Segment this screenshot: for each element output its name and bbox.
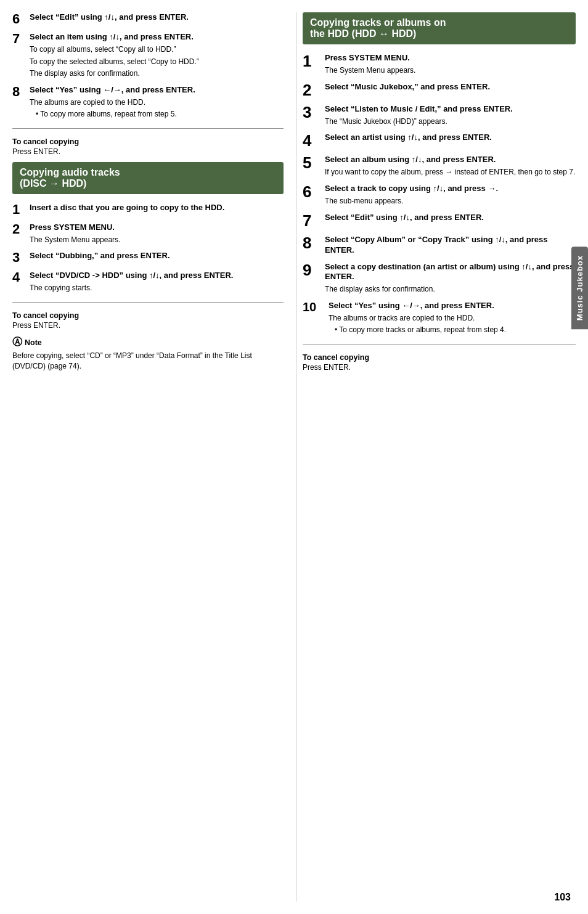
divider-2 [12,302,284,303]
hdd-step-5-content: Select an album using ↑/↓, and press ENT… [325,155,576,177]
disc-step-1: 1 Insert a disc that you are going to co… [12,203,284,216]
step-7-sub-2: To copy the selected albums, select “Cop… [30,57,284,67]
left-column: 6 Select “Edit” using ↑/↓, and press ENT… [12,12,290,902]
cancel-text-1: Press ENTER. [12,147,284,156]
disc-step-2: 2 Press SYSTEM MENU. The System Menu app… [12,222,284,245]
note-text: Before copying, select “CD” or “MP3” und… [12,351,284,372]
step-7-content: Select an item using ↑/↓, and press ENTE… [30,32,284,79]
hdd-step-3-content: Select “Listen to Music / Edit,” and pre… [325,104,576,127]
hdd-step-5-text: Select an album using ↑/↓, and press ENT… [325,155,576,165]
hdd-step-8: 8 Select “Copy Album” or “Copy Track” us… [303,235,576,256]
hdd-title-line1: Copying tracks or albums on [310,17,568,28]
hdd-step-5: 5 Select an album using ↑/↓, and press E… [303,155,576,177]
step-6-content: Select “Edit” using ↑/↓, and press ENTER… [30,12,284,23]
disc-step-number-1: 1 [12,203,26,216]
hdd-step-6-text: Select a track to copy using ↑/↓, and pr… [325,184,576,194]
hdd-step-10-content: Select “Yes” using ←/→, and press ENTER.… [329,301,576,335]
hdd-step-9-text: Select a copy destination (an artist or … [325,262,576,283]
step-8-text: Select “Yes” using ←/→, and press ENTER. [30,85,284,96]
page-number: 103 [554,892,571,903]
hdd-step-2-content: Select “Music Jukebox,” and press ENTER. [325,82,576,92]
hdd-step-9: 9 Select a copy destination (an artist o… [303,262,576,295]
cancel-title-2: To cancel copying [12,311,284,320]
disc-step-1-text: Insert a disc that you are going to copy… [30,203,284,213]
step-6: 6 Select “Edit” using ↑/↓, and press ENT… [12,12,284,26]
hdd-step-6: 6 Select a track to copy using ↑/↓, and … [303,184,576,206]
disc-step-4-sub: The copying starts. [30,283,284,293]
note-title: Ⓐ Note [12,336,284,349]
hdd-step-6-sub: The sub-menu appears. [325,196,576,206]
hdd-step-7: 7 Select “Edit” using ↑/↓, and press ENT… [303,213,576,229]
hdd-step-5-sub: If you want to copy the album, press → i… [325,167,576,177]
disc-step-2-content: Press SYSTEM MENU. The System Menu appea… [30,222,284,245]
hdd-step-10-bullet: • To copy more tracks or albums, repeat … [329,325,576,335]
hdd-step-8-text: Select “Copy Album” or “Copy Track” usin… [325,235,576,256]
disc-step-3-content: Select “Dubbing,” and press ENTER. [30,251,284,261]
disc-step-4-text: Select “DVD/CD -> HDD” using ↑/↓, and pr… [30,271,284,281]
hdd-step-9-sub: The display asks for confirmation. [325,284,576,295]
divider-1 [12,128,284,129]
hdd-step-8-content: Select “Copy Album” or “Copy Track” usin… [325,235,576,256]
hdd-step-number-5: 5 [303,155,321,171]
hdd-step-4: 4 Select an artist using ↑/↓, and press … [303,133,576,149]
step-8-content: Select “Yes” using ←/→, and press ENTER.… [30,85,284,119]
disc-title-line1: Copying audio tracks [20,167,276,178]
hdd-step-number-7: 7 [303,213,321,229]
hdd-step-4-content: Select an artist using ↑/↓, and press EN… [325,133,576,143]
hdd-step-3: 3 Select “Listen to Music / Edit,” and p… [303,104,576,127]
cancel-text-2: Press ENTER. [12,321,284,330]
hdd-step-1-content: Press SYSTEM MENU. The System Menu appea… [325,53,576,76]
hdd-step-9-content: Select a copy destination (an artist or … [325,262,576,295]
step-number-8: 8 [12,85,26,99]
sidebar-tab: Music Jukebox [571,247,588,329]
hdd-step-number-4: 4 [303,133,321,149]
hdd-step-10-text: Select “Yes” using ←/→, and press ENTER. [329,301,576,311]
hdd-step-4-text: Select an artist using ↑/↓, and press EN… [325,133,576,143]
step-7-sub-3: The display asks for confirmation. [30,68,284,79]
hdd-step-3-text: Select “Listen to Music / Edit,” and pre… [325,104,576,115]
hdd-step-number-9: 9 [303,262,321,278]
hdd-step-number-3: 3 [303,104,321,120]
disc-title-line2: (DISC → HDD) [20,178,276,189]
hdd-step-2-text: Select “Music Jukebox,” and press ENTER. [325,82,576,92]
page: 6 Select “Edit” using ↑/↓, and press ENT… [0,0,588,914]
cancel-section-right: To cancel copying Press ENTER. [303,353,576,372]
step-6-text: Select “Edit” using ↑/↓, and press ENTER… [30,12,284,23]
hdd-step-number-1: 1 [303,53,321,69]
disc-step-number-2: 2 [12,222,26,236]
step-7: 7 Select an item using ↑/↓, and press EN… [12,32,284,79]
disc-step-1-content: Insert a disc that you are going to copy… [30,203,284,213]
divider-right [303,344,576,345]
hdd-step-10: 10 Select “Yes” using ←/→, and press ENT… [303,301,576,335]
hdd-step-1-sub: The System Menu appears. [325,65,576,76]
disc-step-4-content: Select “DVD/CD -> HDD” using ↑/↓, and pr… [30,271,284,293]
step-7-sub-1: To copy all albums, select “Copy all to … [30,44,284,55]
note-label: Note [25,338,42,347]
disc-step-2-sub: The System Menu appears. [30,235,284,245]
step-number-6: 6 [12,12,26,26]
hdd-step-3-sub: The “Music Jukebox (HDD)” appears. [325,116,576,127]
cancel-section-1: To cancel copying Press ENTER. [12,137,284,156]
hdd-section-title: Copying tracks or albums on the HDD (HDD… [303,12,576,44]
step-number-7: 7 [12,32,26,46]
hdd-step-10-sub-1: The albums or tracks are copied to the H… [329,313,576,324]
hdd-step-1-text: Press SYSTEM MENU. [325,53,576,63]
disc-step-number-3: 3 [12,251,26,264]
hdd-step-number-8: 8 [303,235,321,251]
hdd-title-line2: the HDD (HDD ↔ HDD) [310,28,568,39]
cancel-section-2: To cancel copying Press ENTER. [12,311,284,330]
step-8-bullet: • To copy more albums, repeat from step … [30,109,284,120]
disc-step-4: 4 Select “DVD/CD -> HDD” using ↑/↓, and … [12,271,284,293]
hdd-step-7-content: Select “Edit” using ↑/↓, and press ENTER… [325,213,576,223]
hdd-step-6-content: Select a track to copy using ↑/↓, and pr… [325,184,576,206]
cancel-title-1: To cancel copying [12,137,284,146]
hdd-step-7-text: Select “Edit” using ↑/↓, and press ENTER… [325,213,576,223]
hdd-step-number-2: 2 [303,82,321,98]
note-icon: Ⓐ [12,336,22,349]
hdd-step-number-10: 10 [303,301,325,313]
right-column: Copying tracks or albums on the HDD (HDD… [296,12,576,902]
cancel-title-right: To cancel copying [303,353,576,362]
step-8-sub-1: The albums are copied to the HDD. [30,97,284,108]
step-8: 8 Select “Yes” using ←/→, and press ENTE… [12,85,284,119]
disc-step-3-text: Select “Dubbing,” and press ENTER. [30,251,284,261]
